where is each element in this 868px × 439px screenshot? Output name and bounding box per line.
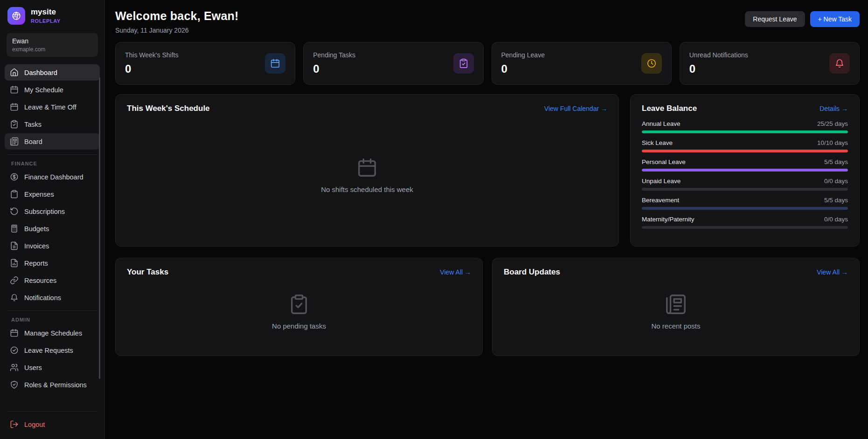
divider — [7, 154, 97, 155]
schedule-card-title: This Week's Schedule — [127, 104, 210, 113]
leave-days-value: 5/5 days — [824, 158, 848, 165]
leave-details-link[interactable]: Details → — [819, 105, 848, 112]
sidebar-item-board[interactable]: Board — [5, 133, 100, 150]
stat-value: 0 — [313, 62, 355, 75]
tasks-card-title: Your Tasks — [127, 268, 168, 277]
sidebar-item-tasks[interactable]: Tasks — [5, 116, 100, 132]
leave-balance-card: Leave Balance Details → Annual Leave25/2… — [630, 94, 860, 247]
leave-type-label: Sick Leave — [642, 139, 673, 146]
view-full-calendar-link[interactable]: View Full Calendar → — [544, 105, 607, 112]
leave-days-value: 25/25 days — [817, 120, 848, 127]
sidebar-nav: DashboardMy ScheduleLeave & Time OffTask… — [0, 63, 104, 406]
shield-check-icon — [10, 380, 19, 389]
calendar-icon — [10, 85, 19, 94]
leave-row-personal-leave: Personal Leave5/5 days — [642, 158, 848, 171]
clipboard-check-icon — [10, 120, 19, 129]
tasks-view-all-link[interactable]: View All → — [440, 268, 471, 276]
newspaper-icon — [10, 137, 19, 146]
globe-icon — [7, 7, 25, 25]
stat-label: Pending Tasks — [313, 51, 355, 59]
leave-progress-track — [642, 188, 848, 191]
sidebar-item-roles-permissions[interactable]: Roles & Permissions — [5, 377, 100, 393]
check-circle-icon — [10, 346, 19, 355]
sidebar-item-dashboard[interactable]: Dashboard — [5, 64, 100, 81]
sidebar-item-my-schedule[interactable]: My Schedule — [5, 82, 100, 98]
leave-progress-fill — [642, 207, 848, 210]
leave-row-bereavement: Bereavement5/5 days — [642, 197, 848, 210]
sidebar-item-logout[interactable]: Logout — [5, 416, 100, 432]
leave-type-label: Unpaid Leave — [642, 178, 681, 185]
schedule-empty-text: No shifts scheduled this week — [321, 185, 413, 193]
sidebar-item-finance-dashboard[interactable]: Finance Dashboard — [5, 169, 100, 185]
sidebar-item-label: Manage Schedules — [24, 329, 82, 337]
board-updates-card: Board Updates View All → No recent posts — [492, 258, 860, 356]
request-leave-button[interactable]: Request Leave — [745, 11, 805, 27]
stat-card-pending-tasks: Pending Tasks0 — [303, 42, 483, 85]
sidebar-item-resources[interactable]: Resources — [5, 272, 100, 288]
sidebar-scrollbar[interactable] — [99, 77, 100, 379]
clipboard-check-icon — [453, 53, 474, 74]
clipboard-check-icon — [288, 294, 310, 315]
stat-value: 0 — [501, 62, 545, 75]
leave-progress-track — [642, 226, 848, 229]
user-name: Ewan — [12, 37, 92, 45]
sidebar-item-expenses[interactable]: Expenses — [5, 186, 100, 202]
refresh-icon — [10, 207, 19, 216]
sidebar-item-label: Users — [24, 364, 42, 371]
board-view-all-link[interactable]: View All → — [817, 268, 848, 276]
sidebar-item-label: Invoices — [24, 242, 49, 250]
brand-name: mysite — [31, 8, 61, 17]
divider — [7, 310, 97, 311]
sidebar-item-label: My Schedule — [24, 86, 63, 94]
sidebar-item-leave-time-off[interactable]: Leave & Time Off — [5, 99, 100, 115]
stat-card-this-week-s-shifts: This Week's Shifts0 — [115, 42, 295, 85]
sidebar-item-notifications[interactable]: Notifications — [5, 289, 100, 306]
leave-type-label: Bereavement — [642, 197, 679, 204]
sidebar: mysite ROLEPLAY Ewan exmaple.com Dashboa… — [0, 0, 105, 439]
page-title: Welcome back, Ewan! — [115, 9, 239, 23]
calendar-icon — [10, 329, 19, 337]
board-empty-text: No recent posts — [651, 322, 700, 330]
leave-balance-title: Leave Balance — [642, 104, 697, 113]
sidebar-item-subscriptions[interactable]: Subscriptions — [5, 203, 100, 220]
leave-progress-fill — [642, 150, 848, 152]
sidebar-item-budgets[interactable]: Budgets — [5, 220, 100, 237]
leave-type-label: Annual Leave — [642, 120, 681, 127]
leave-progress-track — [642, 130, 848, 133]
leave-type-label: Personal Leave — [642, 158, 686, 165]
brand: mysite ROLEPLAY — [0, 0, 104, 30]
sidebar-item-label: Dashboard — [24, 69, 57, 76]
sidebar-item-invoices[interactable]: Invoices — [5, 238, 100, 254]
page-date: Sunday, 11 January 2026 — [115, 27, 239, 34]
section-heading-admin: ADMIN — [11, 317, 93, 322]
leave-row-unpaid-leave: Unpaid Leave0/0 days — [642, 178, 848, 191]
board-card-title: Board Updates — [504, 268, 560, 277]
link-icon — [10, 276, 19, 285]
section-heading-finance: FINANCE — [11, 161, 93, 166]
sidebar-item-label: Notifications — [24, 294, 61, 302]
sidebar-item-label: Board — [24, 138, 42, 145]
divider — [7, 411, 97, 412]
leave-row-annual-leave: Annual Leave25/25 days — [642, 120, 848, 133]
sidebar-item-reports[interactable]: Reports — [5, 255, 100, 271]
sidebar-item-leave-requests[interactable]: Leave Requests — [5, 342, 100, 358]
sidebar-item-label: Leave Requests — [24, 347, 73, 354]
calendar-icon — [356, 157, 378, 178]
users-icon — [10, 363, 19, 372]
leave-progress-track — [642, 207, 848, 210]
leave-days-value: 5/5 days — [824, 197, 848, 204]
leave-progress-track — [642, 150, 848, 152]
stats-row: This Week's Shifts0Pending Tasks0Pending… — [115, 42, 860, 85]
page-header: Welcome back, Ewan! Sunday, 11 January 2… — [115, 9, 860, 34]
home-icon — [10, 68, 19, 77]
sidebar-item-label: Tasks — [24, 121, 42, 128]
logout-icon — [10, 420, 19, 429]
sidebar-item-manage-schedules[interactable]: Manage Schedules — [5, 325, 100, 341]
file-chart-icon — [10, 259, 19, 268]
tasks-card: Your Tasks View All → No pending tasks — [115, 258, 483, 356]
logout-label: Logout — [24, 421, 45, 428]
clipboard-icon — [10, 190, 19, 199]
sidebar-item-users[interactable]: Users — [5, 359, 100, 376]
user-card[interactable]: Ewan exmaple.com — [7, 33, 98, 57]
new-task-button[interactable]: + New Task — [810, 11, 860, 27]
